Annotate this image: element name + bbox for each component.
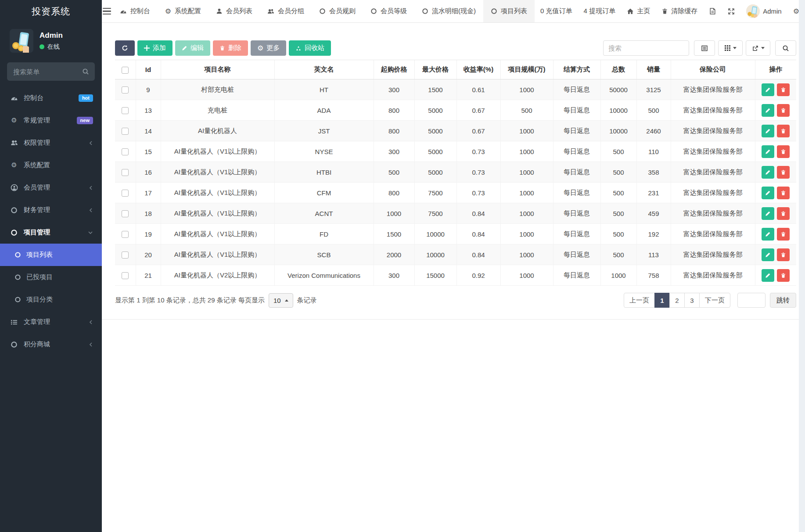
row-edit-button[interactable] — [762, 166, 774, 179]
col-header-settle[interactable]: 结算方式 — [553, 60, 600, 79]
sidebar-item-config[interactable]: ⚙ 系统配置 — [0, 154, 102, 176]
row-edit-button[interactable] — [762, 228, 774, 241]
detail-view-button[interactable] — [694, 40, 715, 56]
next-page-button[interactable]: 下一页 — [699, 293, 730, 308]
col-header-min[interactable]: 起购价格 — [374, 60, 414, 79]
sidebar-search-input[interactable] — [7, 62, 95, 81]
col-header-name[interactable]: 项目名称 — [161, 60, 274, 79]
row-edit-button[interactable] — [762, 248, 774, 261]
cell-rate: 0.73 — [456, 162, 500, 183]
tab-project-list[interactable]: 项目列表 — [483, 0, 535, 22]
col-header-sold[interactable]: 销量 — [636, 60, 671, 79]
sidebar-item-article[interactable]: 文章管理 — [0, 311, 102, 333]
tab-flow[interactable]: 流水明细(现金) — [414, 0, 483, 22]
table-search-input[interactable] — [603, 40, 689, 56]
row-delete-button[interactable] — [777, 228, 790, 241]
scrollbar[interactable] — [799, 0, 805, 532]
row-delete-button[interactable] — [777, 83, 790, 96]
row-edit-button[interactable] — [762, 207, 774, 220]
sidebar-item-score[interactable]: 积分商城 — [0, 333, 102, 356]
sidebar-item-project-list[interactable]: 项目列表 — [0, 244, 102, 266]
search-toggle-button[interactable] — [775, 40, 796, 56]
fullscreen-toggle[interactable] — [722, 0, 740, 22]
row-edit-button[interactable] — [762, 145, 774, 158]
edit-button[interactable]: 编辑 — [175, 40, 210, 56]
columns-button[interactable] — [718, 40, 743, 56]
export-button[interactable] — [746, 40, 770, 56]
row-checkbox[interactable] — [122, 231, 129, 238]
sidebar-item-member[interactable]: 会员管理 — [0, 176, 102, 199]
sidebar-item-category[interactable]: 项目分类 — [0, 288, 102, 311]
home-link[interactable]: 主页 — [621, 0, 656, 22]
page-jump-input[interactable] — [737, 293, 765, 308]
delete-button[interactable]: 删除 — [213, 40, 248, 56]
pencil-icon — [182, 45, 187, 51]
col-header-total[interactable]: 总数 — [600, 60, 636, 79]
row-edit-button[interactable] — [762, 187, 774, 199]
clear-cache-link[interactable]: 清除缓存 — [656, 0, 703, 22]
tab-dashboard[interactable]: 控制台 — [112, 0, 158, 22]
row-checkbox[interactable] — [122, 190, 129, 197]
row-checkbox[interactable] — [122, 128, 129, 135]
cell-min: 2000 — [374, 244, 414, 265]
tab-member-list[interactable]: 会员列表 — [208, 0, 260, 22]
col-header-scale[interactable]: 项目规模(万) — [500, 60, 553, 79]
prev-page-button[interactable]: 上一页 — [624, 293, 655, 308]
tab-member-group[interactable]: 会员分组 — [260, 0, 312, 22]
refresh-button[interactable] — [115, 40, 135, 56]
row-delete-button[interactable] — [777, 104, 790, 117]
user-menu[interactable]: Admin — [740, 0, 787, 22]
row-edit-button[interactable] — [762, 83, 774, 96]
cell-max: 5000 — [414, 162, 456, 183]
row-edit-button[interactable] — [762, 125, 774, 137]
row-delete-button[interactable] — [777, 125, 790, 137]
col-header-rate[interactable]: 收益率(%) — [456, 60, 500, 79]
page-button-2[interactable]: 2 — [669, 293, 685, 308]
sidebar-item-finance[interactable]: 财务管理 — [0, 199, 102, 221]
col-header-id[interactable]: Id — [136, 60, 161, 79]
sidebar-item-general[interactable]: ⚙ 常规管理 new — [0, 109, 102, 132]
page-size-select[interactable]: 10 — [269, 293, 293, 308]
cell-id: 13 — [136, 100, 161, 121]
page-size-value: 10 — [273, 297, 281, 304]
page-jump-button[interactable]: 跳转 — [770, 293, 796, 308]
tab-config[interactable]: ⚙ 系统配置 — [158, 0, 208, 22]
withdraw-orders-link[interactable]: 4 提现订单 — [578, 0, 622, 22]
tab-member-rule[interactable]: 会员规则 — [312, 0, 363, 22]
page-button-1[interactable]: 1 — [654, 293, 670, 308]
sidebar-item-project[interactable]: 项目管理 — [0, 221, 102, 244]
recycle-bin-button[interactable]: 回收站 — [289, 40, 331, 56]
row-checkbox[interactable] — [122, 169, 129, 176]
more-button[interactable]: ⚙ 更多 — [251, 40, 286, 56]
col-header-insurer[interactable]: 保险公司 — [671, 60, 755, 79]
sidebar-item-auth[interactable]: 权限管理 — [0, 132, 102, 154]
page-button-3[interactable]: 3 — [684, 293, 700, 308]
add-button[interactable]: 添加 — [137, 40, 172, 56]
row-edit-button[interactable] — [762, 104, 774, 117]
col-header-max[interactable]: 最大价格 — [414, 60, 456, 79]
sidebar-item-invested[interactable]: 已投项目 — [0, 266, 102, 288]
sidebar-item-dashboard[interactable]: 控制台 hot — [0, 87, 102, 109]
row-checkbox[interactable] — [122, 210, 129, 217]
tab-member-level[interactable]: 会员等级 — [363, 0, 414, 22]
row-checkbox[interactable] — [122, 148, 129, 155]
row-edit-button[interactable] — [762, 269, 774, 282]
row-checkbox[interactable] — [122, 252, 129, 259]
hamburger-menu-icon[interactable] — [102, 0, 112, 22]
cell-insurer: 富达集团保险服务部 — [671, 224, 755, 244]
col-header-en[interactable]: 英文名 — [274, 60, 374, 79]
language-switcher[interactable] — [703, 0, 722, 22]
row-delete-button[interactable] — [777, 166, 790, 179]
row-delete-button[interactable] — [777, 207, 790, 220]
row-delete-button[interactable] — [777, 248, 790, 261]
user-name: Admin — [40, 31, 63, 40]
select-all-checkbox[interactable] — [122, 67, 129, 74]
row-checkbox[interactable] — [122, 272, 129, 279]
recharge-orders-link[interactable]: 0 充值订单 — [535, 0, 578, 22]
row-checkbox[interactable] — [122, 86, 129, 93]
row-delete-button[interactable] — [777, 269, 790, 282]
row-delete-button[interactable] — [777, 145, 790, 158]
row-delete-button[interactable] — [777, 187, 790, 199]
row-checkbox[interactable] — [122, 107, 129, 114]
cell-en: ACNT — [274, 203, 374, 224]
